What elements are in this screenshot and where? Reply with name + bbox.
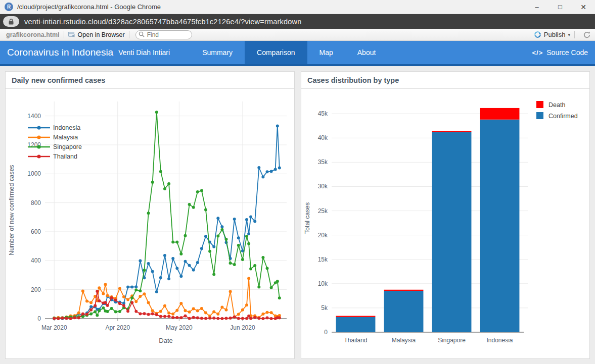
svg-text:200: 200 <box>31 286 41 293</box>
svg-text:Singapore: Singapore <box>53 143 82 150</box>
svg-text:600: 600 <box>31 228 41 235</box>
address-bar[interactable]: venti-intiari.rstudio.cloud/d328ac280657… <box>0 14 595 29</box>
svg-text:Indonesia: Indonesia <box>486 337 513 344</box>
svg-text:Confirmed: Confirmed <box>548 113 578 120</box>
dashboard-title: Coronavirus in Indonesia <box>7 47 113 58</box>
dashboard-content: Daily new confirmed cases 02004006008001… <box>0 66 595 364</box>
svg-text:Death: Death <box>548 101 565 109</box>
open-in-browser-button[interactable]: Open in Browser <box>68 31 125 38</box>
tab-about[interactable]: About <box>345 41 388 64</box>
search-icon <box>139 31 145 37</box>
svg-text:Malaysia: Malaysia <box>53 134 78 141</box>
svg-text:25k: 25k <box>318 207 328 215</box>
svg-text:20k: 20k <box>318 232 328 239</box>
bar-malaysia <box>384 290 424 332</box>
publish-icon <box>534 31 541 38</box>
publish-button[interactable]: Publish ▾ <box>534 31 570 38</box>
close-button[interactable]: ✕ <box>572 0 595 14</box>
publish-caret-icon: ▾ <box>568 32 570 37</box>
tab-comparison[interactable]: Comparison <box>245 41 307 64</box>
window-controls: – □ ✕ <box>525 0 595 14</box>
svg-text:Indonesia: Indonesia <box>53 124 80 131</box>
panel-cases-by-type: Cases distribution by type 05k10k15k20k2… <box>301 71 590 359</box>
minimize-button[interactable]: – <box>525 0 548 14</box>
svg-text:40k: 40k <box>318 134 328 141</box>
bar-thailand <box>336 316 376 332</box>
open-in-browser-label: Open in Browser <box>78 31 125 38</box>
svg-text:35k: 35k <box>318 159 328 166</box>
svg-text:Singapore: Singapore <box>438 337 466 344</box>
code-icon: </> <box>532 49 543 57</box>
x-axis-title: Date <box>159 337 172 344</box>
nav-tabs: Summary Comparison Map About <box>190 41 388 64</box>
rstudio-logo-icon: R <box>5 3 13 11</box>
svg-text:1000: 1000 <box>27 170 41 177</box>
panel-title-daily-cases: Daily new confirmed cases <box>6 72 294 89</box>
window-title: /cloud/project/grafikcorona.html - Googl… <box>17 3 161 11</box>
svg-text:30k: 30k <box>318 183 328 190</box>
chart-legend: DeathConfirmed <box>536 101 578 120</box>
svg-text:Malaysia: Malaysia <box>392 337 416 344</box>
gridlines <box>45 101 287 321</box>
panel-daily-cases: Daily new confirmed cases 02004006008001… <box>5 71 295 359</box>
refresh-icon[interactable] <box>583 31 591 39</box>
svg-text:Mar 2020: Mar 2020 <box>41 324 67 331</box>
svg-text:1400: 1400 <box>27 113 41 120</box>
cases-by-type-bar-chart[interactable]: 05k10k15k20k25k30k35k40k45kTotal casesTh… <box>301 89 589 358</box>
tab-map[interactable]: Map <box>307 41 345 64</box>
svg-text:15k: 15k <box>318 256 328 263</box>
svg-text:10k: 10k <box>318 280 328 287</box>
file-name: grafikcorona.html <box>6 31 60 38</box>
find-box <box>135 30 192 39</box>
dashboard-author: Venti Diah Intiari <box>118 48 170 57</box>
window-titlebar: R /cloud/project/grafikcorona.html - Goo… <box>0 0 595 14</box>
svg-text:5k: 5k <box>321 304 328 311</box>
viewer-toolbar: grafikcorona.html Open in Browser Publis… <box>0 29 595 41</box>
publish-label: Publish <box>544 31 566 38</box>
daily-cases-line-chart[interactable]: 0200400600800100012001400Mar 2020Apr 202… <box>6 89 294 358</box>
svg-text:Thailand: Thailand <box>53 153 77 160</box>
toolbar-separator <box>64 31 64 38</box>
source-code-button[interactable]: </> Source Code <box>532 41 588 64</box>
svg-text:0: 0 <box>37 315 41 322</box>
svg-text:Thailand: Thailand <box>344 337 367 344</box>
maximize-button[interactable]: □ <box>548 0 572 14</box>
dashboard-navbar: Coronavirus in Indonesia Venti Diah Inti… <box>0 41 595 64</box>
lock-icon[interactable] <box>3 16 19 27</box>
toolbar-right: Publish ▾ <box>534 31 591 39</box>
toolbar-separator <box>129 31 129 38</box>
open-in-browser-icon <box>68 32 75 37</box>
svg-text:Apr 2020: Apr 2020 <box>105 324 130 331</box>
panel-title-cases-by-type: Cases distribution by type <box>301 72 589 89</box>
url-text: venti-intiari.rstudio.cloud/d328ac280657… <box>24 18 301 26</box>
bar-indonesia <box>480 108 520 332</box>
y-axis-title: Number of new confirmed cases <box>8 165 15 255</box>
svg-text:Jun 2020: Jun 2020 <box>230 324 255 331</box>
svg-text:400: 400 <box>31 257 41 264</box>
source-code-label: Source Code <box>546 48 588 57</box>
series-singapore <box>53 111 281 320</box>
bar-singapore <box>432 131 472 332</box>
svg-text:45k: 45k <box>318 110 328 117</box>
svg-text:0: 0 <box>324 329 328 336</box>
tab-summary[interactable]: Summary <box>190 41 245 64</box>
svg-text:May 2020: May 2020 <box>166 324 193 331</box>
y-axis-title: Total cases <box>304 202 311 234</box>
svg-text:800: 800 <box>31 199 41 206</box>
toolbar-separator <box>574 31 575 38</box>
series-indonesia <box>53 124 281 320</box>
